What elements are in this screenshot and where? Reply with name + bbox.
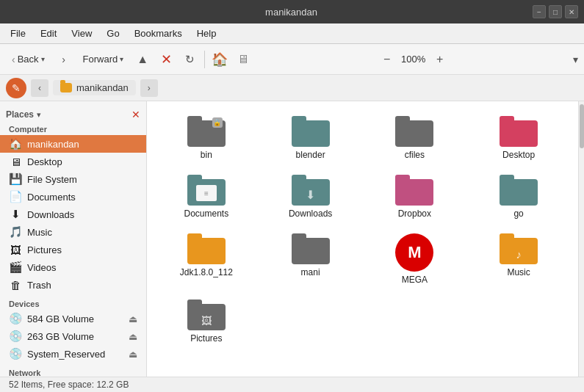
main-area: Places ▾ ✕ Computer 🏠 manikandan 🖥 Deskt…: [0, 101, 584, 377]
file-label-documents: Documents: [184, 208, 229, 219]
file-area: 🔒 bin blender cfiles Des: [147, 101, 578, 377]
location-bar: ✎ ‹ manikandan ›: [0, 75, 584, 101]
title-bar: manikandan − □ ✕: [0, 0, 584, 23]
sidebar-item-downloads[interactable]: ⬇ Downloads: [0, 206, 146, 223]
desktop-icon: 🖥: [9, 155, 22, 168]
close-button[interactable]: ✕: [565, 5, 578, 18]
file-item-dropbox[interactable]: Dropbox: [364, 169, 466, 225]
music-note-icon: ♪: [516, 248, 522, 261]
menu-bookmarks[interactable]: Bookmarks: [129, 26, 188, 41]
toolbar-separator-1: [204, 51, 205, 68]
zoom-out-button[interactable]: −: [377, 49, 397, 70]
forward-button[interactable]: Forward ▾: [77, 51, 130, 68]
folder-icon-blender: [292, 116, 330, 147]
sidebar-item-documents[interactable]: 📄 Documents: [0, 188, 146, 206]
file-item-mani[interactable]: mani: [260, 228, 361, 291]
file-label-downloads: Downloads: [289, 208, 332, 219]
file-item-jdk[interactable]: Jdk1.8.0_112: [156, 228, 257, 291]
file-label-mani: mani: [301, 267, 320, 277]
scroll-thumb[interactable]: [580, 104, 584, 148]
sidebar-item-manikandan[interactable]: 🏠 manikandan: [0, 135, 146, 153]
status-bar: 52 Items, Free space: 12.2 GB: [0, 377, 584, 392]
vol263-icon: 💿: [9, 330, 22, 343]
toolbar: ‹ Back ▾ › Forward ▾ ▲ ✕ ↻ 🏠 🖥 − 100% + …: [0, 44, 584, 75]
back-button[interactable]: ‹ Back ▾: [6, 51, 51, 68]
breadcrumb-label: manikandan: [76, 82, 129, 93]
file-item-mega[interactable]: M MEGA: [364, 228, 466, 291]
zoom-in-button[interactable]: +: [430, 49, 450, 70]
forward-label: Forward: [83, 54, 118, 65]
sidebar-item-sysres[interactable]: 💿 System_Reserved ⏏: [0, 345, 146, 363]
folder-icon-go: [500, 175, 538, 206]
file-item-blender[interactable]: blender: [260, 110, 361, 166]
sidebar-pictures-label: Pictures: [27, 244, 62, 255]
sidebar-downloads-label: Downloads: [27, 209, 74, 220]
file-item-documents[interactable]: ≡ Documents: [156, 169, 257, 225]
breadcrumb-back-button[interactable]: ‹: [31, 79, 48, 97]
sidebar-item-vol263[interactable]: 💿 263 GB Volume ⏏: [0, 327, 146, 345]
sidebar-item-videos[interactable]: 🎬 Videos: [0, 258, 146, 276]
computer-button[interactable]: 🖥: [233, 49, 253, 70]
back-arrow-left: ‹: [12, 54, 15, 65]
file-item-go[interactable]: go: [468, 169, 569, 225]
file-label-dropbox: Dropbox: [398, 208, 431, 219]
stop-button[interactable]: ✕: [156, 49, 176, 70]
sidebar-item-vol584[interactable]: 💿 584 GB Volume ⏏: [0, 310, 146, 327]
folder-body: [187, 238, 226, 264]
up-button[interactable]: ▲: [132, 49, 153, 70]
sidebar-item-pictures[interactable]: 🖼 Pictures: [0, 241, 146, 258]
file-item-bin[interactable]: 🔒 bin: [156, 110, 257, 166]
back-chevron-icon: ▾: [41, 55, 45, 63]
folder-icon-jdk: [187, 233, 226, 264]
breadcrumb-forward-button[interactable]: ›: [140, 79, 158, 97]
eject-sysres-icon[interactable]: ⏏: [129, 349, 137, 360]
edit-location-button[interactable]: ✎: [6, 78, 26, 98]
folder-icon-dropbox: [395, 175, 433, 206]
places-chevron-icon[interactable]: ▾: [37, 110, 41, 120]
file-item-pictures[interactable]: 🖼 Pictures: [156, 294, 257, 349]
eject-vol584-icon[interactable]: ⏏: [129, 313, 137, 324]
trash-icon: 🗑: [9, 278, 22, 291]
menu-file[interactable]: File: [4, 26, 32, 41]
sidebar-item-filesystem[interactable]: 💾 File System: [0, 170, 146, 188]
file-label-mega: MEGA: [402, 275, 428, 285]
places-close-icon[interactable]: ✕: [131, 109, 140, 120]
sidebar-videos-label: Videos: [27, 262, 57, 273]
file-item-cfiles[interactable]: cfiles: [364, 110, 466, 166]
file-item-desktop[interactable]: Desktop: [468, 110, 569, 166]
menu-help[interactable]: Help: [191, 26, 223, 41]
sidebar-trash-label: Trash: [27, 280, 51, 291]
file-label-bin: bin: [201, 150, 212, 160]
mega-icon: M: [395, 233, 433, 272]
folder-icon-music: ♪: [500, 233, 538, 264]
file-label-jdk: Jdk1.8.0_112: [180, 267, 233, 277]
zoom-level: 100%: [400, 54, 427, 65]
eject-vol263-icon[interactable]: ⏏: [129, 331, 137, 342]
sidebar-item-music[interactable]: 🎵 Music: [0, 223, 146, 241]
sysres-icon: 💿: [9, 347, 22, 360]
folder-body: [500, 179, 538, 206]
file-label-go: go: [513, 208, 523, 219]
maximize-button[interactable]: □: [549, 5, 562, 18]
menu-edit[interactable]: Edit: [35, 26, 62, 41]
forward-prev-icon[interactable]: ›: [54, 49, 74, 70]
forward-chevron-icon: ▾: [120, 55, 123, 63]
sidebar-item-desktop[interactable]: 🖥 Desktop: [0, 153, 146, 170]
file-item-downloads[interactable]: ⬇ Downloads: [260, 169, 361, 225]
view-options-button[interactable]: ▾: [573, 54, 578, 65]
menu-go[interactable]: Go: [101, 26, 125, 41]
file-item-music[interactable]: ♪ Music: [468, 228, 569, 291]
window-title: manikandan: [50, 7, 533, 18]
home-button[interactable]: 🏠: [209, 49, 230, 70]
sidebar-filesystem-label: File System: [27, 174, 77, 185]
minimize-button[interactable]: −: [533, 5, 546, 18]
status-text: 52 Items, Free space: 12.2 GB: [9, 380, 129, 390]
zoom-area: − 100% +: [377, 49, 450, 70]
sidebar-item-trash[interactable]: 🗑 Trash: [0, 276, 146, 294]
breadcrumb-manikandan[interactable]: manikandan: [53, 80, 136, 95]
scrollbar[interactable]: [578, 101, 584, 377]
menu-view[interactable]: View: [65, 26, 98, 41]
file-label-cfiles: cfiles: [405, 150, 425, 160]
folder-body: [292, 120, 330, 147]
reload-button[interactable]: ↻: [179, 49, 200, 70]
